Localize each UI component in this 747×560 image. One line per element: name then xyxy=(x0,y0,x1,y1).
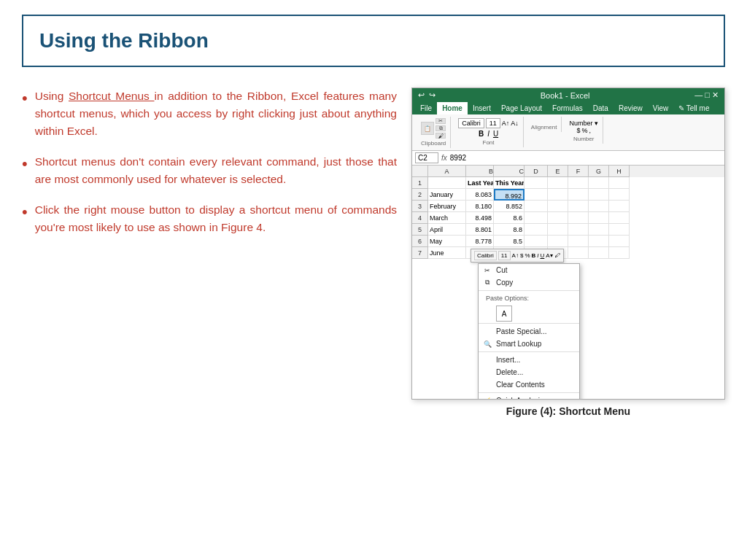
cell-a2[interactable]: January xyxy=(428,189,466,201)
copy-icon[interactable]: ⧉ xyxy=(436,125,446,131)
decrease-font-icon[interactable]: A↓ xyxy=(511,120,519,127)
underline-icon[interactable]: U xyxy=(493,130,498,138)
cell-e4[interactable] xyxy=(548,212,568,224)
context-paste-special[interactable]: Paste Special... xyxy=(479,325,579,338)
cell-e3[interactable] xyxy=(548,201,568,212)
cell-g4[interactable] xyxy=(589,212,609,224)
cell-g3[interactable] xyxy=(589,201,609,212)
cell-e5[interactable] xyxy=(548,224,568,236)
paste-icon[interactable]: 📋 xyxy=(421,122,434,135)
cell-a5[interactable]: April xyxy=(428,224,466,236)
number-format[interactable]: Number ▾ xyxy=(569,118,598,127)
cell-b6[interactable]: 8.778 xyxy=(466,236,494,247)
cell-c6[interactable]: 8.5 xyxy=(494,236,525,247)
mini-percent[interactable]: % xyxy=(525,252,530,259)
cell-b4[interactable]: 8.498 xyxy=(466,212,494,224)
cell-b2[interactable]: 8.083 xyxy=(466,189,494,201)
context-insert[interactable]: Insert... xyxy=(479,354,579,366)
cell-h6[interactable] xyxy=(609,236,630,247)
cell-b5[interactable]: 8.801 xyxy=(466,224,494,236)
mini-italic[interactable]: I xyxy=(537,252,538,259)
font-name[interactable]: Calibri xyxy=(458,118,484,128)
mini-currency[interactable]: $ xyxy=(520,252,523,259)
mini-font-size[interactable]: 11 xyxy=(498,251,511,260)
tab-insert[interactable]: Insert xyxy=(468,102,496,114)
tab-tellme[interactable]: ✎ Tell me xyxy=(673,102,714,114)
cell-g2[interactable] xyxy=(589,189,609,201)
cell-e2[interactable] xyxy=(548,189,568,201)
font-size[interactable]: 11 xyxy=(486,118,500,128)
row-header: 7 xyxy=(412,247,428,259)
cell-c1[interactable]: This Year xyxy=(494,177,525,189)
cell-f5[interactable] xyxy=(568,224,589,236)
cell-g5[interactable] xyxy=(589,224,609,236)
cut-icon[interactable]: ✂ xyxy=(436,118,446,124)
cell-d2[interactable] xyxy=(525,189,548,201)
cell-c3[interactable]: 8.852 xyxy=(494,201,525,212)
tab-pagelayout[interactable]: Page Layout xyxy=(496,102,547,114)
format-painter-icon[interactable]: 🖌 xyxy=(436,133,446,139)
tab-home[interactable]: Home xyxy=(437,102,468,114)
cell-c4[interactable]: 8.6 xyxy=(494,212,525,224)
tab-view[interactable]: View xyxy=(648,102,674,114)
cell-e1[interactable] xyxy=(548,177,568,189)
cell-d6[interactable] xyxy=(525,236,548,247)
cell-g1[interactable] xyxy=(589,177,609,189)
cell-e6[interactable] xyxy=(548,236,568,247)
cell-f6[interactable] xyxy=(568,236,589,247)
row-header: 4 xyxy=(412,212,428,224)
cell-a4[interactable]: March xyxy=(428,212,466,224)
tab-formulas[interactable]: Formulas xyxy=(547,102,588,114)
cell-d3[interactable] xyxy=(525,201,548,212)
context-cut[interactable]: ✂Cut xyxy=(479,264,579,276)
tab-review[interactable]: Review xyxy=(614,102,648,114)
cell-h4[interactable] xyxy=(609,212,630,224)
cell-b1[interactable]: Last Year xyxy=(466,177,494,189)
context-quick-analysis[interactable]: ⚡Quick Analysis xyxy=(479,394,579,399)
cell-h1[interactable] xyxy=(609,177,630,189)
mini-underline[interactable]: U xyxy=(541,252,545,259)
tab-data[interactable]: Data xyxy=(588,102,614,114)
cell-g7[interactable] xyxy=(589,247,609,259)
cell-d1[interactable] xyxy=(525,177,548,189)
increase-font-icon[interactable]: A↑ xyxy=(502,120,510,127)
cell-f7[interactable] xyxy=(568,247,589,259)
cell-h7[interactable] xyxy=(609,247,630,259)
cell-d4[interactable] xyxy=(525,212,548,224)
comma-icon[interactable]: , xyxy=(589,127,591,134)
paste-icon-box[interactable]: A xyxy=(496,306,512,322)
cell-a1[interactable] xyxy=(428,177,466,189)
mini-bold[interactable]: B xyxy=(532,252,536,259)
context-copy[interactable]: ⧉Copy xyxy=(479,276,579,289)
context-delete[interactable]: Delete... xyxy=(479,366,579,378)
cell-a3[interactable]: February xyxy=(428,201,466,212)
cell-a7[interactable]: June xyxy=(428,247,466,259)
cell-c2[interactable]: 8.992 xyxy=(494,189,525,201)
cell-reference-box[interactable]: C2 xyxy=(415,152,438,163)
tab-file[interactable]: File xyxy=(415,102,437,114)
cell-f2[interactable] xyxy=(568,189,589,201)
cell-f1[interactable] xyxy=(568,177,589,189)
context-smart-lookup[interactable]: 🔍Smart Lookup xyxy=(479,338,579,350)
mini-font-name[interactable]: Calibri xyxy=(474,251,497,260)
mini-increase-font[interactable]: A↑ xyxy=(512,252,519,259)
mini-highlight[interactable]: 🖊 xyxy=(554,252,560,259)
row-header: 3 xyxy=(412,201,428,212)
cell-h5[interactable] xyxy=(609,224,630,236)
bold-icon[interactable]: B xyxy=(479,130,484,138)
currency-icon[interactable]: $ xyxy=(576,127,580,134)
cell-h2[interactable] xyxy=(609,189,630,201)
mini-fill-color[interactable]: A▾ xyxy=(546,252,552,259)
cell-a6[interactable]: May xyxy=(428,236,466,247)
excel-grid: A B C D E F G H 1 Last Year This Year xyxy=(412,166,724,399)
cell-c5[interactable]: 8.8 xyxy=(494,224,525,236)
cell-g6[interactable] xyxy=(589,236,609,247)
cell-f3[interactable] xyxy=(568,201,589,212)
italic-icon[interactable]: I xyxy=(487,130,489,138)
context-clear-contents[interactable]: Clear Contents xyxy=(479,378,579,391)
percent-icon[interactable]: % xyxy=(581,127,587,134)
cell-d5[interactable] xyxy=(525,224,548,236)
cell-f4[interactable] xyxy=(568,212,589,224)
cell-h3[interactable] xyxy=(609,201,630,212)
cell-b3[interactable]: 8.180 xyxy=(466,201,494,212)
